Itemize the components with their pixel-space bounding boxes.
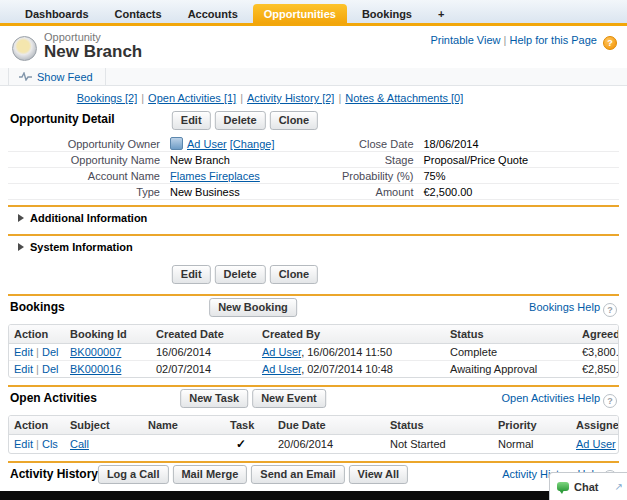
jump-link-bookings[interactable]: Bookings [2] xyxy=(77,92,138,104)
col-name: Name xyxy=(143,416,225,435)
field-row-type: TypeNew Business xyxy=(8,184,314,200)
cell-created-by: Ad User, 02/07/2014 10:48 xyxy=(257,361,445,378)
field-row-probability: Probability (%)75% xyxy=(314,168,620,184)
cell-task: ✓ xyxy=(225,435,273,454)
chat-widget[interactable]: Chat ↗ xyxy=(549,472,627,500)
tab-contacts[interactable]: Contacts xyxy=(104,4,173,24)
opportunity-coin-icon xyxy=(12,36,37,61)
mail-merge-button[interactable]: Mail Merge xyxy=(172,465,247,484)
delete-button[interactable]: Delete xyxy=(215,265,266,284)
delete-button[interactable]: Delete xyxy=(215,111,266,130)
text-value: New Branch xyxy=(170,154,230,166)
text-value: €2,500.00 xyxy=(424,186,473,198)
link-bk000007[interactable]: BK000007 xyxy=(70,346,121,358)
expand-arrow-icon xyxy=(18,214,24,222)
edit-button[interactable]: Edit xyxy=(172,265,211,284)
new-event-button[interactable]: New Event xyxy=(252,389,326,408)
col-created-date: Created Date xyxy=(151,325,257,344)
col-subject: Subject xyxy=(65,416,143,435)
show-feed-button[interactable]: Show Feed xyxy=(8,68,106,85)
link-edit[interactable]: Edit xyxy=(14,346,33,358)
tab-bookings[interactable]: Bookings xyxy=(351,4,423,24)
link-edit[interactable]: Edit xyxy=(14,438,33,450)
send-an-email-button[interactable]: Send an Email xyxy=(251,465,344,484)
field-row-stage: StageProposal/Price Quote xyxy=(314,152,620,168)
cell-action: Edit | Del xyxy=(9,361,65,378)
field-label: Probability (%) xyxy=(314,170,424,182)
tab-item[interactable]: + xyxy=(427,4,455,24)
new-booking-button[interactable]: New Booking xyxy=(209,298,297,317)
tab-accounts[interactable]: Accounts xyxy=(177,4,249,24)
cell-status: Not Started xyxy=(385,435,493,454)
cell-status: Complete xyxy=(445,344,577,361)
col-agreed-rate: Agreed Rate xyxy=(577,325,618,344)
section-title: Bookings xyxy=(10,300,65,314)
text-value: Not Started xyxy=(390,438,446,450)
field-row-close-date: Close Date18/06/2014 xyxy=(314,136,620,152)
section-title: Activity History xyxy=(10,467,98,481)
col-priority: Priority xyxy=(493,416,571,435)
cell-priority: Normal xyxy=(493,435,571,454)
jump-link-activity-history[interactable]: Activity History [2] xyxy=(247,92,334,104)
page-help-icon[interactable]: ? xyxy=(603,36,617,50)
link-ad-user[interactable]: Ad User xyxy=(262,346,301,358)
jump-links: Bookings [2]|Open Activities [1]|Activit… xyxy=(0,92,540,104)
section-buttons: Log a CallMail MergeSend an EmailView Al… xyxy=(96,465,410,484)
chat-expand-icon[interactable]: ↗ xyxy=(615,481,623,492)
help-icon[interactable]: ? xyxy=(603,394,617,408)
tab-opportunities[interactable]: Opportunities xyxy=(253,4,347,24)
link-del[interactable]: Del xyxy=(42,363,59,375)
help-link-open-activities[interactable]: Open Activities Help xyxy=(502,392,600,404)
field-row-account-name: Account NameFlames Fireplaces xyxy=(8,168,314,184)
log-a-call-button[interactable]: Log a Call xyxy=(98,465,169,484)
new-task-button[interactable]: New Task xyxy=(180,389,248,408)
section-header-open-activities: Open ActivitiesNew TaskNew EventOpen Act… xyxy=(8,387,619,414)
field-label: Opportunity Name xyxy=(8,154,170,166)
clone-button[interactable]: Clone xyxy=(270,265,319,284)
jump-link-open-activities[interactable]: Open Activities [1] xyxy=(148,92,236,104)
link-cls[interactable]: Cls xyxy=(42,438,58,450)
collapsed-section-label: Additional Information xyxy=(30,212,147,224)
field-label: Opportunity Owner xyxy=(8,138,170,150)
section-buttons: New TaskNew Event xyxy=(178,389,328,408)
tab-dashboards[interactable]: Dashboards xyxy=(14,4,100,24)
printable-view-link[interactable]: Printable View xyxy=(430,34,500,46)
section-title: Open Activities xyxy=(10,391,97,405)
cell-created-date: 02/07/2014 xyxy=(151,361,257,378)
col-assigned-to: Assigned To xyxy=(571,416,618,435)
text-value: 20/06/2014 xyxy=(278,438,333,450)
clone-button[interactable]: Clone xyxy=(270,111,319,130)
header-row: ActionBooking IdCreated DateCreated BySt… xyxy=(9,325,618,344)
link-del[interactable]: Del xyxy=(42,346,59,358)
section-header-bookings: BookingsNew BookingBookings Help? xyxy=(8,296,619,323)
collapsed-section-additional-information[interactable]: Additional Information xyxy=(8,205,619,229)
field-value: 18/06/2014 xyxy=(424,138,620,150)
separator: | xyxy=(240,92,243,104)
field-value: Proposal/Price Quote xyxy=(424,154,620,166)
cell-due-date: 20/06/2014 xyxy=(273,435,385,454)
link-ad-user[interactable]: Ad User xyxy=(262,363,301,375)
link-bk000016[interactable]: BK000016 xyxy=(70,363,121,375)
view-all-button[interactable]: View All xyxy=(349,465,409,484)
jump-link-notes-attachments[interactable]: Notes & Attachments [0] xyxy=(345,92,463,104)
link-edit[interactable]: Edit xyxy=(14,363,33,375)
field-label: Account Name xyxy=(8,170,170,182)
cell-booking-id: BK000007 xyxy=(65,344,151,361)
cell-assigned-to: Ad User xyxy=(571,435,618,454)
link-ad-user[interactable]: Ad User xyxy=(187,138,227,150)
link-ad-user[interactable]: Ad User xyxy=(576,438,616,450)
link-flames-fireplaces[interactable]: Flames Fireplaces xyxy=(170,170,260,182)
help-icon[interactable]: ? xyxy=(603,303,617,317)
table-open-activities: ActionSubjectNameTaskDue DateStatusPrior… xyxy=(8,415,619,454)
cell-action: Edit | Del xyxy=(9,344,65,361)
text-value: €3,800.00 xyxy=(582,346,618,358)
collapsed-section-system-information[interactable]: System Information xyxy=(8,234,619,258)
field-label: Close Date xyxy=(314,138,424,150)
link-call[interactable]: Call xyxy=(70,438,89,450)
link-change[interactable]: [Change] xyxy=(230,138,275,150)
help-for-page-link[interactable]: Help for this Page xyxy=(510,34,597,46)
cell-created-date: 16/06/2014 xyxy=(151,344,257,361)
edit-button[interactable]: Edit xyxy=(172,111,211,130)
help-link-bookings[interactable]: Bookings Help xyxy=(529,301,600,313)
text-value: New Business xyxy=(170,186,240,198)
